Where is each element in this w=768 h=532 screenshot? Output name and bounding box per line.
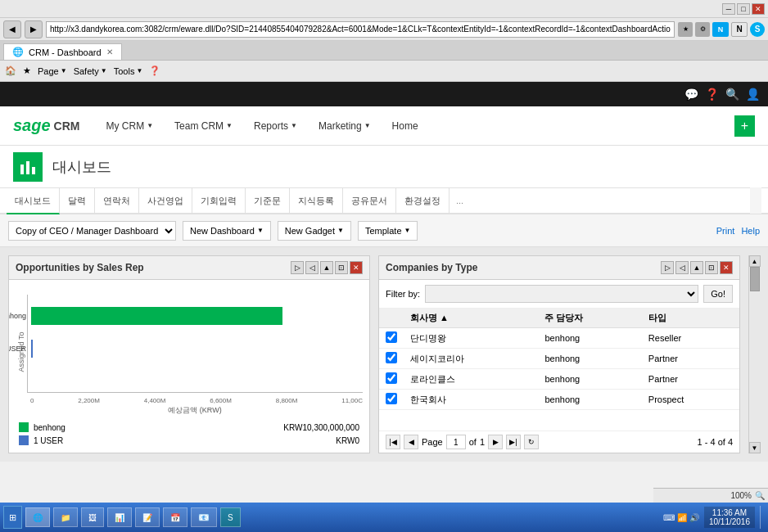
breadcrumb-contacts[interactable]: 연락처 xyxy=(95,187,139,214)
close-button[interactable]: ✕ xyxy=(752,3,765,15)
opp-ctrl-close[interactable]: ✕ xyxy=(350,261,363,274)
row-checkbox-1[interactable] xyxy=(386,331,397,343)
total-pages: 1 xyxy=(480,437,485,447)
taskbar-outlook[interactable]: 📧 xyxy=(191,507,217,527)
breadcrumb-settings[interactable]: 환경설정 xyxy=(396,187,450,214)
tools-toolbar-item[interactable]: Tools ▼ xyxy=(114,66,143,76)
help-link[interactable]: Help xyxy=(741,226,760,236)
search-icon[interactable]: 🔍 xyxy=(725,88,739,101)
breadcrumb-cases[interactable]: 사건영업 xyxy=(139,187,192,214)
settings-icon[interactable]: ⚙ xyxy=(695,22,710,37)
new-dashboard-button[interactable]: New Dashboard ▼ xyxy=(183,221,271,241)
page-input[interactable] xyxy=(446,435,466,449)
company-name-4[interactable]: 한국회사 xyxy=(404,390,538,410)
favorites-icon[interactable]: ★ xyxy=(678,22,693,37)
bing-icon[interactable]: N xyxy=(712,22,729,37)
page-next-button[interactable]: ▶ xyxy=(488,435,503,449)
company-name-2[interactable]: 세이지코리아 xyxy=(404,349,538,369)
opp-ctrl-up[interactable]: ▲ xyxy=(320,261,333,274)
nav-reports[interactable]: Reports ▼ xyxy=(244,115,307,137)
back-button[interactable]: ◀ xyxy=(3,20,21,38)
nav-team-crm[interactable]: Team CRM ▼ xyxy=(165,115,242,137)
breadcrumb-criteria[interactable]: 기준문 xyxy=(246,187,290,214)
nav-marketing[interactable]: Marketing ▼ xyxy=(309,115,381,137)
home-toolbar-item[interactable]: 🏠 xyxy=(5,65,16,76)
col-company-name[interactable]: 회사명 ▲ xyxy=(404,309,538,328)
scroll-up-button[interactable]: ▲ xyxy=(749,255,761,267)
nav-reports-arrow: ▼ xyxy=(291,122,297,129)
user-icon[interactable]: 👤 xyxy=(746,88,760,101)
col-manager[interactable]: 주 담당자 xyxy=(538,309,641,328)
col-checkbox xyxy=(379,309,404,328)
page-icon xyxy=(13,152,43,182)
show-desktop-icon[interactable] xyxy=(760,506,765,529)
opp-ctrl-next[interactable]: ▷ xyxy=(291,261,304,274)
breadcrumb-calendar[interactable]: 달력 xyxy=(60,187,95,214)
forward-button[interactable]: ▶ xyxy=(25,20,43,38)
start-button[interactable]: ⊞ xyxy=(3,506,22,529)
add-record-button[interactable]: + xyxy=(734,115,755,137)
breadcrumb-shared-docs[interactable]: 공유문서 xyxy=(343,187,396,214)
chart-label-1user: 1 USER xyxy=(9,345,26,353)
breadcrumb-more[interactable]: ... xyxy=(450,196,470,205)
row-checkbox-2[interactable] xyxy=(386,352,397,363)
comp-ctrl-next[interactable]: ▷ xyxy=(661,261,674,274)
row-checkbox-3[interactable] xyxy=(386,372,397,384)
taskbar-excel[interactable]: 📊 xyxy=(107,507,132,527)
filter-select[interactable] xyxy=(425,285,698,303)
comp-ctrl-close[interactable]: ✕ xyxy=(720,261,733,274)
breadcrumb-dashboard[interactable]: 대시보드 xyxy=(7,188,60,214)
breadcrumb-knowledge[interactable]: 지식등록 xyxy=(290,187,343,214)
template-button[interactable]: Template ▼ xyxy=(358,221,418,241)
new-gadget-button[interactable]: New Gadget ▼ xyxy=(278,221,351,241)
page-prev-button[interactable]: ◀ xyxy=(404,435,418,449)
print-link[interactable]: Print xyxy=(716,226,735,236)
taskbar-clock[interactable]: 11:36 AM 10/11/2016 xyxy=(704,507,755,528)
taskbar-ie[interactable]: 🌐 xyxy=(25,507,50,527)
scroll-thumb[interactable] xyxy=(750,267,760,291)
col-type[interactable]: 타입 xyxy=(642,309,739,328)
favorites-toolbar-item[interactable]: ★ xyxy=(23,65,31,76)
skype-icon[interactable]: S xyxy=(750,22,765,37)
taskbar-powerpoint[interactable]: 🖼 xyxy=(81,507,104,527)
nav-team-crm-arrow: ▼ xyxy=(226,122,233,129)
opp-ctrl-prev[interactable]: ◁ xyxy=(305,261,318,274)
minimize-button[interactable]: ─ xyxy=(722,3,735,15)
page-refresh-button[interactable]: ↻ xyxy=(524,435,539,449)
n-icon[interactable]: N xyxy=(731,22,748,37)
address-bar[interactable] xyxy=(46,21,675,38)
safety-toolbar-item[interactable]: Safety ▼ xyxy=(74,66,107,76)
chart-row-benhong: benhong xyxy=(28,307,363,325)
message-icon[interactable]: 💬 xyxy=(684,88,698,101)
opportunities-widget-title: Opportunities by Sales Rep xyxy=(16,262,144,273)
help-icon[interactable]: ❓ xyxy=(705,88,719,101)
comp-ctrl-expand[interactable]: ⊡ xyxy=(705,261,718,274)
help-toolbar-item[interactable]: ❓ xyxy=(149,65,160,76)
nav-my-crm[interactable]: My CRM ▼ xyxy=(96,115,163,137)
opp-ctrl-expand[interactable]: ⊡ xyxy=(335,261,348,274)
taskbar-explorer[interactable]: 📁 xyxy=(53,507,78,527)
tab-close-button[interactable]: ✕ xyxy=(106,47,113,56)
nav-home[interactable]: Home xyxy=(382,115,428,137)
company-name-3[interactable]: 로라인클스 xyxy=(404,369,538,390)
new-dashboard-arrow: ▼ xyxy=(257,227,264,234)
taskbar-word[interactable]: 📝 xyxy=(135,507,160,527)
breadcrumb-opportunities[interactable]: 기회입력 xyxy=(192,187,246,214)
row-checkbox-4[interactable] xyxy=(386,393,397,404)
company-name-1[interactable]: 단디명왕 xyxy=(404,328,538,349)
zoom-icon[interactable]: 🔍 xyxy=(755,491,765,500)
taskbar-sage[interactable]: S xyxy=(220,507,241,527)
page-first-button[interactable]: |◀ xyxy=(386,435,400,449)
maximize-button[interactable]: □ xyxy=(737,3,750,15)
x-axis-title: 예상금액 (KRW) xyxy=(27,405,363,416)
nav-marketing-arrow: ▼ xyxy=(364,122,371,129)
active-tab[interactable]: 🌐 CRM - Dashboard ✕ xyxy=(3,43,122,60)
page-toolbar-item[interactable]: Page ▼ xyxy=(38,66,67,76)
scroll-down-button[interactable]: ▼ xyxy=(749,442,761,453)
comp-ctrl-prev[interactable]: ◁ xyxy=(675,261,689,274)
dashboard-select[interactable]: Copy of CEO / Manager Dashboard xyxy=(8,221,176,241)
taskbar-calendar[interactable]: 📅 xyxy=(163,507,187,527)
page-last-button[interactable]: ▶| xyxy=(506,435,521,449)
comp-ctrl-up[interactable]: ▲ xyxy=(690,261,703,274)
go-button[interactable]: Go! xyxy=(703,285,733,303)
